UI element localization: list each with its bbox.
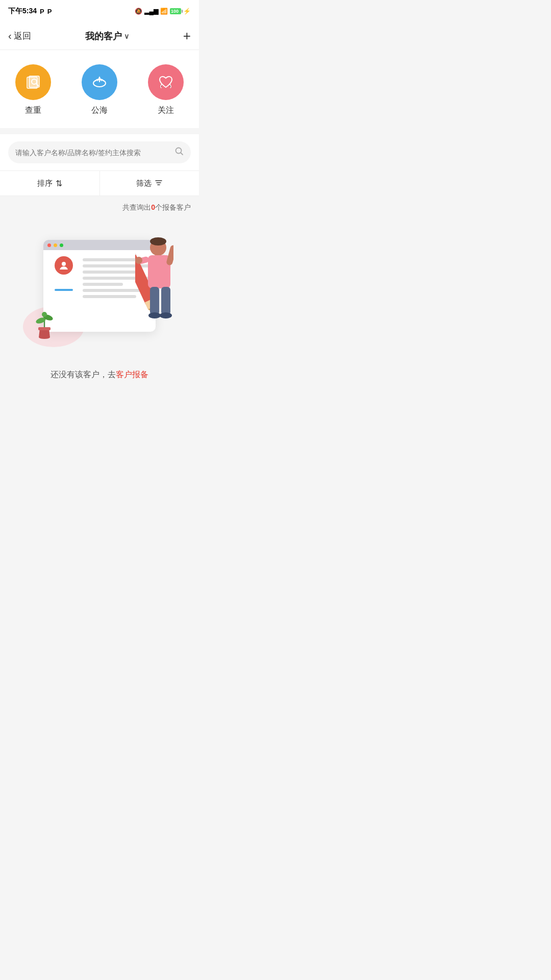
sort-button[interactable]: 排序 ⇅: [0, 171, 100, 195]
search-section: [0, 134, 199, 170]
status-right: 🔕 ▂▄▆ 📶 100 ⚡: [135, 8, 191, 15]
chevron-down-icon: ∨: [124, 32, 129, 40]
add-button[interactable]: +: [183, 28, 191, 44]
app-icon-1: P: [40, 8, 44, 15]
plant-svg: [36, 309, 54, 340]
svg-point-24: [160, 312, 172, 318]
title-text: 我的客户: [85, 30, 122, 42]
page-title[interactable]: 我的客户 ∨: [85, 30, 129, 42]
result-count-bar: 共查询出0个报备客户: [0, 196, 199, 219]
quick-action-follow[interactable]: 关注: [148, 64, 184, 116]
svg-point-11: [62, 262, 66, 266]
status-bar: 下午5:34 P P 🔕 ▂▄▆ 📶 100 ⚡: [0, 0, 199, 22]
result-suffix: 个报备客户: [155, 203, 191, 211]
charging-icon: ⚡: [183, 8, 191, 15]
follow-icon: [157, 73, 175, 91]
quick-action-sea[interactable]: 公海: [82, 64, 117, 116]
avatar: [55, 256, 73, 275]
filter-icon: [155, 179, 163, 188]
result-count: 0: [151, 203, 155, 211]
dot-green: [60, 243, 63, 247]
svg-rect-5: [99, 77, 100, 82]
search-icon: [174, 146, 184, 158]
back-arrow-icon: ‹: [8, 30, 12, 42]
dedupe-icon: [24, 73, 42, 91]
blue-bar: [55, 289, 73, 291]
sort-filter-bar: 排序 ⇅ 筛选: [0, 170, 199, 196]
dot-red: [47, 243, 51, 247]
empty-text-prefix: 还没有该客户，去: [51, 370, 116, 379]
nav-bar: ‹ 返回 我的客户 ∨ +: [0, 22, 199, 50]
result-prefix: 共查询出: [122, 203, 151, 211]
svg-point-23: [148, 312, 161, 318]
sort-icon: ⇅: [56, 179, 62, 188]
svg-rect-22: [161, 287, 170, 315]
app-icon-2: P: [47, 8, 52, 15]
follow-icon-circle: [148, 64, 184, 100]
back-button[interactable]: ‹ 返回: [8, 30, 31, 42]
dedupe-icon-circle: [15, 64, 51, 100]
wifi-icon: 📶: [160, 8, 168, 15]
svg-point-17: [150, 237, 166, 246]
person-svg: [128, 235, 173, 337]
filter-label: 筛选: [136, 179, 152, 188]
battery-icon: 100: [170, 8, 181, 14]
back-label: 返回: [14, 30, 31, 42]
svg-line-7: [181, 153, 183, 155]
mute-icon: 🔕: [135, 8, 142, 15]
content-line: [83, 283, 123, 286]
svg-rect-26: [38, 327, 51, 330]
svg-point-30: [42, 312, 47, 317]
empty-state: 还没有该客户，去客户报备: [0, 219, 199, 406]
quick-action-dedupe[interactable]: 查重: [15, 64, 51, 116]
filter-button[interactable]: 筛选: [100, 171, 199, 195]
svg-point-6: [176, 148, 182, 154]
plant-illustration: [36, 309, 54, 342]
dedupe-label: 查重: [25, 105, 41, 116]
sea-icon-circle: [82, 64, 117, 100]
sea-icon: [90, 73, 109, 91]
quick-actions-section: 查重 公海 关注: [0, 50, 199, 128]
svg-rect-21: [150, 287, 159, 315]
sea-label: 公海: [91, 105, 108, 116]
time-display: 下午5:34: [8, 7, 37, 16]
sort-label: 排序: [37, 179, 53, 188]
search-input-wrap[interactable]: [8, 141, 191, 163]
status-left: 下午5:34 P P: [8, 7, 52, 16]
customer-register-link[interactable]: 客户报备: [116, 370, 148, 379]
svg-point-25: [135, 257, 142, 264]
browser-left: [49, 256, 78, 298]
signal-icon: ▂▄▆: [144, 8, 158, 15]
person-illustration: [128, 235, 173, 337]
dot-yellow: [54, 243, 57, 247]
follow-label: 关注: [158, 105, 174, 116]
empty-state-text: 还没有该客户，去客户报备: [51, 370, 148, 380]
search-input[interactable]: [15, 149, 170, 157]
illustration: [28, 235, 171, 357]
svg-rect-20: [166, 244, 173, 266]
